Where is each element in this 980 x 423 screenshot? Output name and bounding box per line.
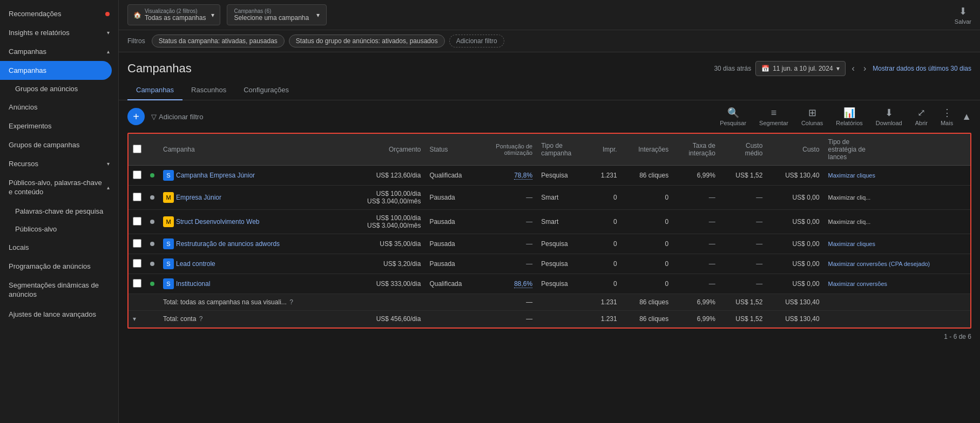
sidebar-item-campanhas-header[interactable]: Campanhas ▴: [0, 42, 118, 61]
sidebar-item-label: Recursos: [9, 160, 38, 168]
add-filter-icon-button[interactable]: ▽ Adicionar filtro: [147, 111, 207, 123]
add-filter-button[interactable]: Adicionar filtro: [449, 35, 504, 47]
campaign-name-link[interactable]: Campanha Empresa Júnior: [176, 172, 255, 179]
budget-cell: US$ 333,00/dia: [342, 274, 425, 294]
opt-score[interactable]: 88,6%: [514, 280, 532, 288]
sidebar-item-ajustes[interactable]: Ajustes de lance avançados: [0, 305, 118, 325]
search-action[interactable]: 🔍 Pesquisar: [715, 105, 751, 128]
sidebar-item-recursos[interactable]: Recursos ▾: [0, 154, 118, 173]
campaign-name-link[interactable]: Struct Desenvolvimento Web: [176, 218, 260, 226]
sidebar-item-insights[interactable]: Insights e relatórios ▾: [0, 23, 118, 42]
tabs: Campanhas Rascunhos Configurações: [119, 80, 980, 100]
tab-campanhas[interactable]: Campanhas: [127, 80, 183, 100]
tab-configuracoes[interactable]: Configurações: [235, 80, 298, 100]
col-budget: Orçamento: [342, 134, 425, 166]
campaign-selector-value: Selecione uma campanha: [234, 14, 309, 22]
row-checkbox[interactable]: [133, 217, 141, 226]
view-selector[interactable]: 🏠 Visualização (2 filtros) Todas as camp…: [127, 4, 220, 25]
type-cell: Pesquisa: [537, 274, 588, 294]
total-impr: 1.231: [589, 294, 621, 311]
open-action[interactable]: ⤢ Abrir: [911, 105, 932, 128]
sidebar-item-label: Grupos de anúncios: [15, 85, 78, 93]
next-date-button[interactable]: ›: [861, 62, 868, 76]
bid-strategy-cell: Maximizar conversões (CPA desejado): [824, 254, 970, 274]
view-label: Visualização (2 filtros): [145, 8, 206, 14]
home-icon: 🏠: [133, 11, 141, 19]
show-data-link[interactable]: Mostrar dados dos últimos 30 dias: [873, 65, 971, 72]
search-label: Pesquisar: [720, 120, 746, 126]
select-all-checkbox[interactable]: [133, 145, 141, 153]
add-campaign-button[interactable]: +: [127, 108, 145, 125]
sidebar-item-campanhas[interactable]: Campanhas: [0, 61, 112, 80]
expand-icon[interactable]: ▾: [133, 315, 136, 323]
page-header: Campanhas 30 dias atrás 📅 11 jun. a 10 j…: [119, 52, 980, 80]
row-checkbox[interactable]: [133, 259, 141, 268]
campaign-selector[interactable]: Campanhas (6) Selecione uma campanha ▾: [227, 4, 327, 25]
collapse-button[interactable]: ▲: [962, 111, 971, 122]
row-checkbox[interactable]: [133, 193, 141, 201]
status-cell: Pausada: [425, 254, 479, 274]
sidebar-item-label: Ajustes de lance avançados: [9, 310, 96, 319]
table-row: S Institucional US$ 333,00/dia Qualifica…: [129, 274, 970, 294]
reports-action[interactable]: 📊 Relatórios: [832, 105, 867, 128]
sidebar-item-publicos[interactable]: Públicos-alvo: [0, 220, 118, 238]
columns-action[interactable]: ⊞ Colunas: [797, 105, 827, 128]
campaign-selector-label: Campanhas (6): [234, 8, 309, 14]
download-action[interactable]: ⬇ Download: [871, 105, 907, 128]
chevron-down-icon: ▾: [107, 30, 110, 36]
campaign-name-link[interactable]: Empresa Júnior: [176, 194, 221, 201]
sidebar-item-programacao[interactable]: Programação de anúncios: [0, 257, 118, 276]
sidebar-item-locais[interactable]: Locais: [0, 238, 118, 257]
campaign-type-icon: S: [163, 170, 174, 181]
more-action[interactable]: ⋮ Mais: [936, 105, 957, 128]
table-row: S Campanha Empresa Júnior US$ 123,60/dia…: [129, 166, 970, 186]
tab-rascunhos[interactable]: Rascunhos: [183, 80, 235, 100]
campaign-cell: S Restruturação de anuncios adwords: [159, 234, 342, 254]
campaign-name-link[interactable]: Restruturação de anuncios adwords: [176, 240, 280, 248]
toolbar-right: 🔍 Pesquisar ≡ Segmentar ⊞ Colunas 📊 Rela…: [715, 105, 971, 128]
row-checkbox[interactable]: [133, 239, 141, 248]
col-bid-strategy: Tipo deestratégia delances: [824, 134, 970, 166]
filter-chip-1[interactable]: Status do grupo de anúncios: ativados, p…: [289, 35, 445, 47]
sidebar-item-recomendacoes[interactable]: Recomendações: [0, 4, 118, 23]
filter-label: Filtros: [127, 37, 145, 45]
campaign-cell: M Struct Desenvolvimento Web: [159, 210, 342, 234]
segment-label: Segmentar: [759, 120, 788, 126]
opt-score-cell: —: [479, 210, 537, 234]
row-checkbox[interactable]: [133, 170, 141, 179]
budget-cell: US$ 100,00/diaUS$ 3.040,00/mês: [342, 186, 425, 210]
sidebar-item-experimentos[interactable]: Experimentos: [0, 117, 118, 135]
sidebar-item-palavras-chave[interactable]: Palavras-chave de pesquisa: [0, 202, 118, 220]
sidebar-item-segmentacoes[interactable]: Segmentações dinâmicas de anúncios: [0, 276, 118, 305]
help-icon[interactable]: ?: [199, 315, 203, 323]
sidebar-item-publicos-header[interactable]: Públicos-alvo, palavras-chave e conteúdo…: [0, 173, 118, 202]
opt-score[interactable]: 78,8%: [514, 172, 532, 180]
status-cell: Qualificada: [425, 274, 479, 294]
row-checkbox[interactable]: [133, 279, 141, 288]
campaign-name-link[interactable]: Lead controle: [176, 260, 215, 268]
avg-cost-cell: —: [720, 274, 767, 294]
sidebar-item-grupos-campanhas[interactable]: Grupos de campanhas: [0, 135, 118, 154]
sidebar-item-label: Públicos-alvo: [15, 225, 57, 233]
date-controls: 30 dias atrás 📅 11 jun. a 10 jul. 2024 ▾…: [714, 61, 971, 76]
campaign-type-icon: M: [163, 192, 174, 203]
chevron-down-icon: ▾: [211, 11, 214, 19]
col-status: Status: [425, 134, 479, 166]
table-row: M Struct Desenvolvimento Web US$ 100,00/…: [129, 210, 970, 234]
interactions-cell: 0: [621, 274, 673, 294]
opt-score-cell: —: [479, 234, 537, 254]
save-button[interactable]: ⬇ Salvar: [955, 5, 971, 25]
sidebar-item-grupos[interactable]: Grupos de anúncios: [0, 80, 118, 98]
filter-icon: ▽: [151, 113, 157, 121]
sidebar-item-anuncios[interactable]: Anúncios: [0, 98, 118, 117]
filter-chip-0[interactable]: Status da campanha: ativadas, pausadas: [152, 35, 285, 47]
help-icon[interactable]: ?: [289, 298, 293, 306]
prev-date-button[interactable]: ‹: [850, 62, 857, 76]
campaign-name-link[interactable]: Institucional: [176, 280, 210, 288]
cost-cell: US$ 0,00: [767, 234, 823, 254]
download-icon: ⬇: [885, 107, 893, 119]
segment-action[interactable]: ≡ Segmentar: [755, 105, 793, 128]
save-label: Salvar: [955, 18, 971, 25]
table-row: M Empresa Júnior US$ 100,00/diaUS$ 3.040…: [129, 186, 970, 210]
date-range-picker[interactable]: 📅 11 jun. a 10 jul. 2024 ▾: [755, 61, 845, 76]
